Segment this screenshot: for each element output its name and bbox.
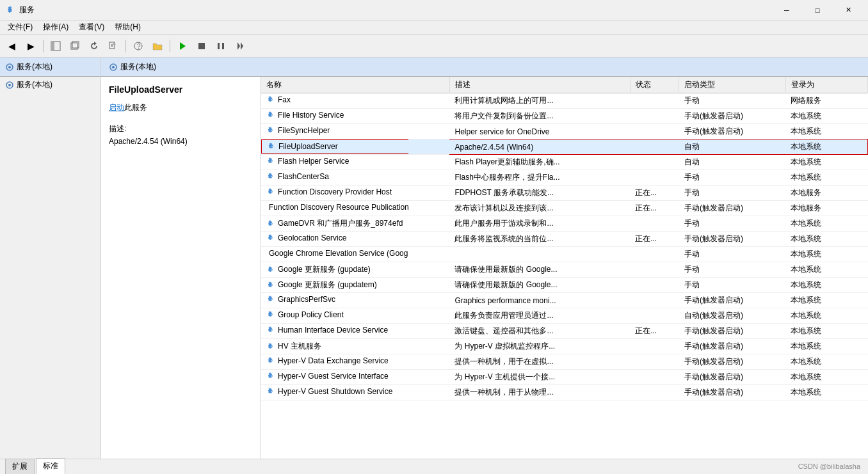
table-row[interactable]: Function Discovery Provider HostFDPHOST … — [261, 186, 868, 201]
services-table: 名称 描述 状态 启动类型 登录为 Fax利用计算机或网络上的可用...手动网络… — [261, 77, 868, 400]
table-row[interactable]: GraphicsPerfSvcGraphics performance moni… — [261, 293, 868, 308]
service-starttype-cell: 手动(触发器启动) — [679, 124, 785, 139]
svg-point-20 — [112, 66, 115, 68]
watermark: CSDN @bilibalasha — [798, 462, 860, 470]
service-starttype-cell: 自动(触发器启动) — [679, 308, 785, 324]
refresh-button[interactable] — [85, 37, 103, 55]
service-logon-cell: 本地服务 — [785, 201, 867, 216]
desc-value: Apache/2.4.54 (Win64) — [109, 137, 253, 146]
table-row[interactable]: Group Policy Client此服务负责应用管理员通过...自动(触发器… — [261, 308, 868, 324]
table-row[interactable]: Fax利用计算机或网络上的可用...手动网络服务 — [261, 93, 868, 109]
table-row[interactable]: Hyper-V Data Exchange Service提供一种机制，用于在虚… — [261, 354, 868, 370]
col-logon[interactable]: 登录为 — [785, 77, 867, 93]
table-row[interactable]: FileSyncHelperHelper service for OneDriv… — [261, 124, 868, 139]
service-name-cell: Function Discovery Provider Host — [261, 186, 408, 198]
service-status-cell: 正在... — [630, 232, 679, 247]
svg-marker-13 — [237, 42, 240, 50]
service-status-cell — [630, 93, 679, 109]
start-service-link[interactable]: 启动此服务 — [109, 102, 253, 113]
service-status-cell — [630, 339, 679, 354]
service-name-cell: FlashCenterSa — [261, 170, 408, 183]
table-row[interactable]: Geolocation Service此服务将监视系统的当前位...正在...手… — [261, 232, 868, 247]
table-row[interactable]: Google 更新服务 (gupdate)请确保使用最新版的 Google...… — [261, 262, 868, 278]
service-status-cell — [630, 308, 679, 324]
service-status-cell — [630, 354, 679, 370]
service-name: FileUploadServer — [109, 84, 253, 95]
service-desc-cell: Flash Player更新辅助服务,确... — [449, 155, 630, 170]
service-logon-cell: 本地系统 — [785, 385, 867, 400]
col-desc[interactable]: 描述 — [449, 77, 630, 93]
panel-icon — [5, 63, 14, 72]
col-status[interactable]: 状态 — [630, 77, 679, 93]
menu-file[interactable]: 文件(F) — [3, 20, 38, 34]
service-logon-cell: 本地服务 — [785, 186, 867, 201]
table-row[interactable]: Human Interface Device Service激活键盘、遥控器和其… — [261, 324, 868, 339]
table-row[interactable]: Google Chrome Elevation Service (Googl..… — [261, 247, 868, 262]
service-starttype-cell: 手动 — [679, 93, 785, 109]
table-row[interactable]: HV 主机服务为 Hyper-V 虚拟机监控程序...手动(触发器启动)本地系统 — [261, 339, 868, 354]
service-name-cell: Geolocation Service — [261, 232, 408, 244]
app-icon — [5, 5, 15, 15]
col-name[interactable]: 名称 — [261, 77, 449, 93]
export-button[interactable] — [104, 37, 122, 55]
left-panel-header-title: 服务(本地) — [17, 61, 52, 72]
table-row[interactable]: File History Service将用户文件复制到备份位置...手动(触发… — [261, 109, 868, 124]
table-row[interactable]: Flash Helper ServiceFlash Player更新辅助服务,确… — [261, 155, 868, 170]
help-button[interactable]: ? — [129, 37, 147, 55]
sidebar-item-services-local[interactable]: 服务(本地) — [0, 77, 100, 93]
service-name-cell: Group Policy Client — [261, 308, 408, 321]
start-link[interactable]: 启动 — [109, 103, 124, 112]
service-desc-cell: Flash中心服务程序，提升Fla... — [449, 170, 630, 186]
service-status-cell: 正在... — [630, 324, 679, 339]
service-logon-cell: 本地系统 — [785, 339, 867, 354]
close-button[interactable]: ✕ — [833, 1, 863, 19]
table-row[interactable]: Function Discovery Resource Publication发… — [261, 201, 868, 216]
minimize-button[interactable]: ─ — [772, 1, 801, 19]
folder-button[interactable] — [149, 37, 166, 55]
forward-button[interactable]: ▶ — [22, 37, 40, 55]
title-bar: 服务 ─ □ ✕ — [0, 0, 868, 20]
table-row[interactable]: FlashCenterSaFlash中心服务程序，提升Fla...手动本地系统 — [261, 170, 868, 186]
service-desc-cell: 提供一种机制，用于从物理... — [449, 385, 630, 400]
new-window-button[interactable] — [66, 37, 84, 55]
service-name-cell: Hyper-V Guest Service Interface — [261, 370, 408, 383]
tab-expand[interactable]: 扩展 — [5, 459, 35, 474]
table-row[interactable]: GameDVR 和广播用户服务_8974efd此用户服务用于游戏录制和...手动… — [261, 216, 868, 232]
play-button[interactable] — [173, 37, 191, 55]
col-starttype[interactable]: 启动类型 — [679, 77, 785, 93]
table-row[interactable]: FileUploadServerApache/2.4.54 (Win64)自动本… — [261, 139, 868, 155]
service-name-cell: GameDVR 和广播用户服务_8974efd — [261, 216, 408, 231]
show-hide-button[interactable] — [47, 37, 65, 55]
service-name-cell: FileUploadServer — [261, 139, 408, 154]
service-name-cell: Human Interface Device Service — [261, 324, 408, 336]
maximize-button[interactable]: □ — [803, 1, 832, 19]
service-starttype-cell: 手动(触发器启动) — [679, 201, 785, 216]
service-logon-cell: 本地系统 — [785, 232, 867, 247]
menu-help[interactable]: 帮助(H) — [109, 20, 146, 34]
restart-button[interactable] — [231, 37, 249, 55]
toolbar: ◀ ▶ ? — [0, 35, 868, 58]
service-desc-cell: 此用户服务用于游戏录制和... — [449, 216, 630, 232]
tab-standard[interactable]: 标准 — [36, 458, 65, 474]
service-starttype-cell: 手动 — [679, 278, 785, 293]
table-row[interactable]: Google 更新服务 (gupdatem)请确保使用最新版的 Google..… — [261, 278, 868, 293]
service-status-cell — [630, 278, 679, 293]
services-table-container[interactable]: 名称 描述 状态 启动类型 登录为 Fax利用计算机或网络上的可用...手动网络… — [261, 77, 868, 459]
menu-action[interactable]: 操作(A) — [38, 20, 74, 34]
table-row[interactable]: Hyper-V Guest Service Interface为 Hyper-V… — [261, 370, 868, 385]
back-button[interactable]: ◀ — [3, 37, 20, 55]
stop-button[interactable] — [193, 37, 211, 55]
service-logon-cell: 本地系统 — [785, 247, 867, 262]
pause-button[interactable] — [212, 37, 230, 55]
service-starttype-cell: 手动(触发器启动) — [679, 232, 785, 247]
service-status-cell — [630, 155, 679, 170]
menu-view[interactable]: 查看(V) — [74, 20, 109, 34]
service-starttype-cell: 手动 — [679, 186, 785, 201]
table-row[interactable]: Hyper-V Guest Shutdown Service提供一种机制，用于从… — [261, 385, 868, 400]
service-name-cell: Google 更新服务 (gupdate) — [261, 262, 408, 277]
service-desc-cell: 此服务负责应用管理员通过... — [449, 308, 630, 324]
service-status-cell: 正在... — [630, 201, 679, 216]
service-status-cell — [630, 139, 679, 155]
table-header: 名称 描述 状态 启动类型 登录为 — [261, 77, 868, 93]
right-panel-header: 服务(本地) — [101, 58, 868, 77]
